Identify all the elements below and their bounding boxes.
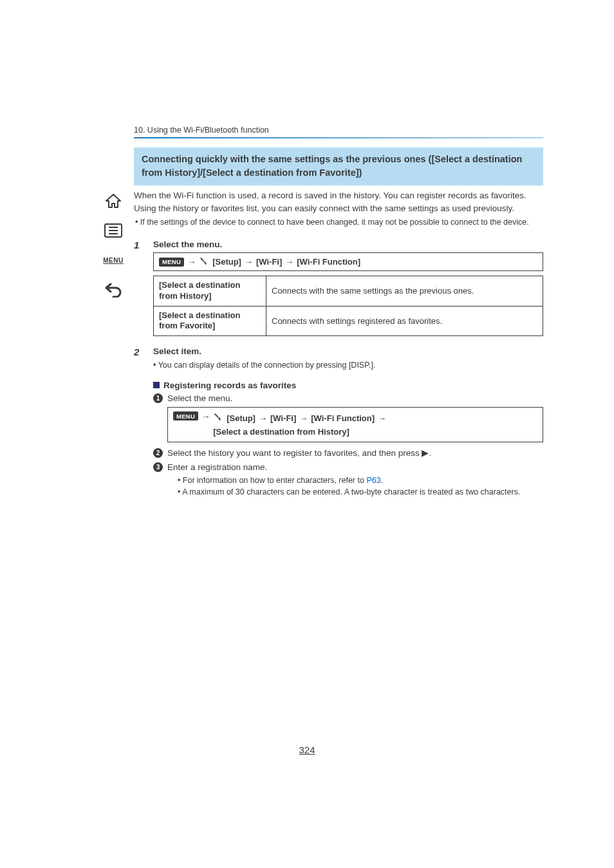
- menu-chip-icon: MENU: [173, 411, 198, 420]
- steps: 1 Select the menu. MENU → [Setup] → [Wi-…: [134, 240, 543, 371]
- back-icon[interactable]: [102, 279, 125, 300]
- page-number[interactable]: 324: [0, 744, 614, 755]
- sub-note: • A maximum of 30 characters can be ente…: [178, 486, 543, 498]
- arrow-icon: →: [259, 412, 267, 425]
- menu-path: MENU → [Setup] → [Wi-Fi] → [Wi-Fi Functi…: [153, 252, 543, 271]
- menu-label: MENU: [103, 257, 123, 264]
- breadcrumb: 10. Using the Wi-Fi/Bluetooth function: [134, 126, 543, 135]
- arrow-icon: →: [299, 412, 308, 425]
- step-number: 2: [134, 346, 143, 371]
- dpad-right-icon: ▶: [422, 448, 429, 458]
- sub-note: • For information on how to enter charac…: [178, 475, 543, 487]
- home-icon[interactable]: [102, 191, 125, 211]
- text-segment: • For information on how to enter charac…: [178, 476, 366, 485]
- sidebar-nav: MENU: [100, 191, 127, 300]
- text-segment: Select the history you want to register …: [167, 448, 422, 458]
- wrench-icon: [213, 411, 223, 426]
- arrow-icon: →: [187, 257, 196, 267]
- list-item-text: Enter a registration name.: [167, 461, 543, 474]
- arrow-icon: →: [378, 412, 386, 425]
- path-wifi: [Wi-Fi]: [270, 412, 296, 425]
- table-row: [Select a destination from History] Conn…: [154, 276, 543, 306]
- step-number: 1: [134, 240, 143, 343]
- option-label: [Select a destination from Favorite]: [154, 306, 266, 335]
- page-link[interactable]: P63: [366, 476, 380, 485]
- list-item-text: Select the history you want to register …: [167, 447, 543, 460]
- sub-heading-text: Registering records as favorites: [163, 381, 296, 390]
- section-title: Connecting quickly with the same setting…: [134, 147, 543, 185]
- wrench-icon: [199, 256, 209, 268]
- option-desc: Connects with the same settings as the p…: [266, 276, 543, 306]
- option-desc: Connects with settings registered as fav…: [266, 306, 543, 335]
- circled-number-icon: 3: [153, 462, 163, 472]
- menu-path: MENU → [Setup] → [Wi-Fi] → [Wi-Fi Functi…: [167, 407, 543, 442]
- path-func: [Wi-Fi Function]: [311, 412, 375, 425]
- arrow-icon: →: [245, 257, 253, 267]
- note-text: • If the settings of the device to conne…: [134, 216, 543, 228]
- menu-button[interactable]: MENU: [102, 250, 125, 270]
- menu-chip-icon: MENU: [159, 258, 184, 267]
- path-wifi: [Wi-Fi]: [256, 257, 282, 267]
- step-sub: • You can display details of the connect…: [153, 359, 543, 371]
- text-segment: .: [429, 448, 431, 458]
- path-setup: [Setup]: [212, 257, 241, 267]
- circled-number-icon: 2: [153, 448, 163, 458]
- path-setup: [Setup]: [227, 412, 256, 425]
- table-row: [Select a destination from Favorite] Con…: [154, 306, 543, 335]
- arrow-icon: →: [201, 411, 210, 421]
- divider: [134, 137, 543, 138]
- path-dest: [Select a destination from History]: [213, 426, 349, 439]
- step-title: Select item.: [153, 346, 543, 356]
- contents-icon[interactable]: [102, 220, 125, 241]
- step-title: Select the menu.: [153, 240, 543, 249]
- list-item-text: Select the menu.: [167, 392, 543, 405]
- sub-heading: Registering records as favorites: [153, 381, 543, 390]
- square-bullet-icon: [153, 382, 160, 388]
- options-table: [Select a destination from History] Conn…: [153, 276, 543, 336]
- circled-number-icon: 1: [153, 393, 163, 403]
- path-func: [Wi-Fi Function]: [297, 257, 360, 267]
- option-label: [Select a destination from History]: [154, 276, 266, 306]
- intro-text: When the Wi-Fi function is used, a recor…: [134, 189, 543, 214]
- text-segment: .: [381, 476, 383, 485]
- arrow-icon: →: [285, 257, 293, 267]
